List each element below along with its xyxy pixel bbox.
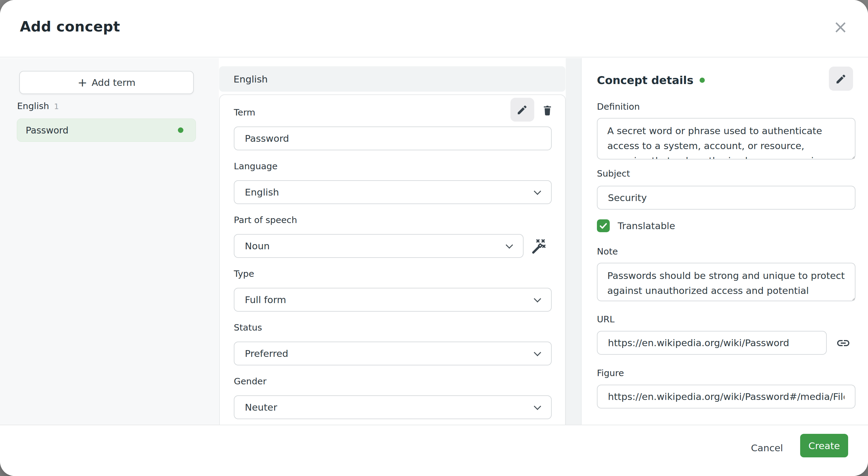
term-card: Term Language English Part of speech Nou… bbox=[219, 94, 566, 425]
gender-select-wrap: Neuter bbox=[234, 395, 552, 419]
check-icon bbox=[599, 221, 608, 230]
url-input[interactable] bbox=[597, 331, 827, 355]
term-language-band-label: English bbox=[234, 74, 268, 85]
type-label: Type bbox=[234, 268, 254, 279]
gender-select[interactable]: Neuter bbox=[234, 395, 552, 419]
close-icon[interactable]: × bbox=[828, 15, 853, 39]
language-group-label: English bbox=[17, 101, 49, 111]
subject-input[interactable] bbox=[597, 186, 856, 210]
terms-sidebar: + Add term English 1 Password bbox=[0, 58, 219, 425]
language-group-header: English 1 bbox=[17, 101, 59, 111]
figure-label: Figure bbox=[597, 368, 624, 378]
term-item-label: Password bbox=[26, 125, 178, 136]
page-title: Add concept bbox=[20, 18, 120, 35]
concept-details-panel: Concept details Definition A secret word… bbox=[582, 58, 868, 425]
edit-concept-button[interactable] bbox=[829, 67, 853, 91]
translatable-checkbox-row[interactable]: Translatable bbox=[597, 219, 675, 232]
cancel-button[interactable]: Cancel bbox=[748, 439, 786, 457]
magic-wand-icon bbox=[530, 237, 548, 255]
part-of-speech-select[interactable]: Noun bbox=[234, 234, 524, 258]
add-concept-modal: Add concept × + Add term English 1 Passw… bbox=[0, 0, 868, 476]
translatable-label: Translatable bbox=[618, 220, 675, 231]
term-label: Term bbox=[234, 107, 255, 118]
translatable-checkbox[interactable] bbox=[597, 219, 610, 232]
term-status-dot bbox=[178, 127, 183, 133]
concept-title-row: Concept details bbox=[597, 74, 705, 87]
term-language-band: English bbox=[219, 66, 565, 92]
term-input[interactable] bbox=[234, 126, 552, 150]
open-link-button[interactable] bbox=[835, 335, 852, 352]
add-term-label: Add term bbox=[92, 77, 136, 88]
part-of-speech-label: Part of speech bbox=[234, 215, 297, 225]
figure-input[interactable] bbox=[597, 385, 856, 409]
status-select-wrap: Preferred bbox=[234, 342, 552, 366]
type-select-wrap: Full form bbox=[234, 288, 552, 312]
add-term-button[interactable]: + Add term bbox=[19, 71, 194, 94]
language-select[interactable]: English bbox=[234, 180, 552, 204]
note-textarea[interactable]: Passwords should be strong and unique to… bbox=[597, 263, 856, 301]
language-select-wrap: English bbox=[234, 180, 552, 204]
definition-textarea[interactable]: A secret word or phrase used to authenti… bbox=[597, 118, 856, 159]
note-label: Note bbox=[597, 246, 618, 257]
term-list-item-password[interactable]: Password bbox=[17, 119, 196, 142]
edit-term-button[interactable] bbox=[510, 98, 534, 122]
scrollbar-track[interactable] bbox=[566, 58, 581, 425]
concept-details-title: Concept details bbox=[597, 74, 693, 87]
pencil-icon bbox=[516, 103, 528, 116]
delete-term-button[interactable] bbox=[539, 102, 556, 119]
language-group-count: 1 bbox=[54, 102, 59, 111]
plus-icon: + bbox=[78, 77, 87, 88]
pencil-icon bbox=[835, 73, 847, 85]
gender-label: Gender bbox=[234, 376, 267, 386]
term-editor-panel: English Term bbox=[219, 58, 582, 425]
url-label: URL bbox=[597, 314, 615, 324]
link-icon bbox=[836, 336, 850, 350]
part-of-speech-select-wrap: Noun bbox=[234, 234, 524, 258]
trash-icon bbox=[541, 104, 554, 117]
language-label: Language bbox=[234, 161, 278, 171]
modal-header: Add concept × bbox=[0, 0, 868, 58]
modal-content: + Add term English 1 Password English bbox=[0, 58, 868, 425]
modal-footer: Cancel Create bbox=[0, 425, 868, 476]
concept-status-dot bbox=[700, 77, 705, 83]
auto-detect-button[interactable] bbox=[529, 236, 549, 256]
status-label: Status bbox=[234, 322, 262, 333]
create-button[interactable]: Create bbox=[800, 434, 848, 457]
type-select[interactable]: Full form bbox=[234, 288, 552, 312]
subject-label: Subject bbox=[597, 168, 630, 179]
status-select[interactable]: Preferred bbox=[234, 342, 552, 366]
definition-label: Definition bbox=[597, 101, 640, 112]
